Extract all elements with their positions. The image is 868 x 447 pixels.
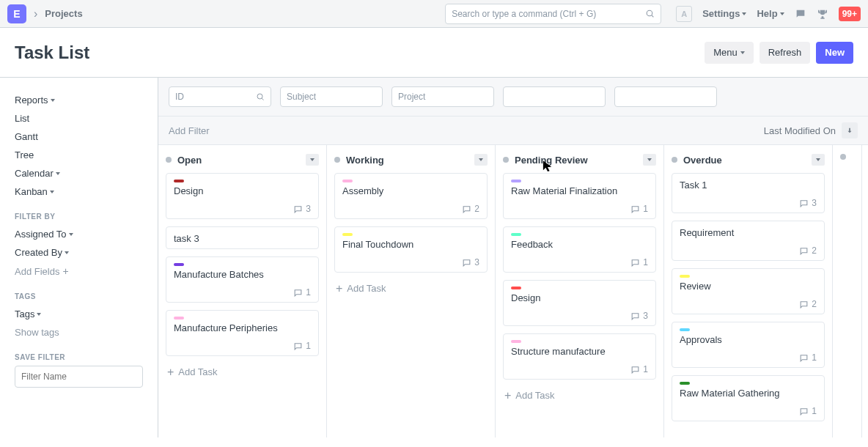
- plus-icon: +: [167, 368, 174, 377]
- card-footer: 1: [511, 204, 648, 214]
- filter-by-heading: FILTER BY: [15, 213, 143, 221]
- svg-point-2: [257, 94, 262, 99]
- column-title: Overdue: [683, 155, 722, 166]
- add-task-button[interactable]: +Add Task: [503, 387, 656, 404]
- global-search[interactable]: [445, 4, 661, 24]
- comment-count: 2: [474, 204, 479, 214]
- column-menu-button[interactable]: [812, 154, 825, 166]
- comment-icon: [630, 258, 640, 267]
- card-title: task 3: [174, 233, 311, 244]
- breadcrumb-projects[interactable]: Projects: [45, 8, 82, 19]
- card-title: Manufacture Peripheries: [174, 322, 311, 333]
- kanban-column-open: OpenDesign3task 3Manufacture Batches1Man…: [158, 145, 327, 437]
- comment-icon: [293, 341, 303, 351]
- sort-row: Add Filter Last Modified On: [158, 117, 868, 145]
- sidebar-view-calendar[interactable]: Calendar: [15, 164, 143, 182]
- app-logo[interactable]: E: [7, 4, 26, 23]
- kanban-card[interactable]: Manufacture Peripheries1: [166, 310, 319, 356]
- column-menu-button[interactable]: [474, 154, 488, 166]
- search-input[interactable]: [452, 9, 645, 19]
- kanban-card[interactable]: Raw Material Gathering1: [672, 375, 825, 421]
- kanban-card[interactable]: Manufacture Batches1: [166, 256, 319, 303]
- kanban-card[interactable]: task 3: [166, 226, 319, 249]
- filter-created-by[interactable]: Created By: [15, 243, 143, 262]
- card-tag: [680, 328, 690, 331]
- tags-dropdown[interactable]: Tags: [15, 305, 143, 323]
- sidebar-view-list[interactable]: List: [15, 109, 143, 128]
- comment-count: 2: [812, 245, 817, 256]
- left-sidebar: ReportsListGanttTreeCalendarKanban FILTE…: [0, 78, 158, 437]
- kanban-column-pending-review: Pending ReviewRaw Material Finalization1…: [496, 145, 664, 437]
- comment-count: 1: [306, 341, 311, 351]
- sort-field[interactable]: Last Modified On: [764, 125, 836, 136]
- comment-icon: [799, 353, 809, 363]
- plus-icon: +: [504, 391, 511, 400]
- kanban-card[interactable]: Review2: [672, 268, 825, 314]
- kanban-card[interactable]: Raw Material Finalization1: [503, 173, 656, 219]
- filter-empty-1[interactable]: [503, 86, 606, 107]
- comment-count: 1: [812, 406, 817, 416]
- comment-icon: [293, 288, 303, 298]
- show-tags[interactable]: Show tags: [15, 323, 143, 341]
- kanban-card[interactable]: Final Touchdown3: [334, 226, 488, 273]
- kanban-card[interactable]: Design3: [503, 280, 656, 326]
- column-menu-button[interactable]: [643, 154, 656, 166]
- kanban-card[interactable]: Design3: [166, 173, 319, 219]
- add-task-button[interactable]: +Add Task: [166, 363, 319, 380]
- kanban-column-partial: [833, 145, 862, 437]
- filter-name-input[interactable]: [15, 366, 143, 388]
- kanban-card[interactable]: Approvals1: [672, 322, 825, 368]
- kanban-card[interactable]: Task 13: [672, 173, 825, 213]
- chat-icon[interactable]: [795, 8, 806, 20]
- sidebar-view-tree[interactable]: Tree: [15, 146, 143, 164]
- card-title: Manufacture Batches: [174, 269, 311, 280]
- card-tag: [174, 180, 184, 182]
- help-menu[interactable]: Help: [757, 8, 784, 19]
- card-title: Approvals: [680, 334, 817, 345]
- sort-direction-button[interactable]: [842, 122, 858, 138]
- refresh-button[interactable]: Refresh: [760, 42, 811, 64]
- kanban-card[interactable]: Feedback1: [503, 226, 656, 273]
- sidebar-view-reports[interactable]: Reports: [15, 91, 143, 109]
- kanban-card[interactable]: Assembly2: [334, 173, 488, 219]
- add-filter-link[interactable]: Add Filter: [169, 125, 210, 136]
- add-task-button[interactable]: +Add Task: [334, 280, 488, 297]
- column-title: Working: [346, 155, 384, 166]
- card-tag: [342, 233, 353, 236]
- sidebar-view-gantt[interactable]: Gantt: [15, 128, 143, 146]
- card-footer: 1: [511, 257, 648, 267]
- card-title: Raw Material Finalization: [511, 185, 648, 196]
- new-button[interactable]: New: [816, 42, 853, 64]
- filter-project-input[interactable]: Project: [391, 86, 494, 107]
- svg-line-1: [652, 15, 653, 17]
- sidebar-view-kanban[interactable]: Kanban: [15, 182, 143, 201]
- column-menu-button[interactable]: [306, 154, 319, 166]
- column-title: Pending Review: [515, 155, 588, 166]
- filter-assigned-to[interactable]: Assigned To: [15, 225, 143, 243]
- menu-button[interactable]: Menu: [705, 42, 754, 64]
- filter-empty-2[interactable]: [614, 86, 717, 107]
- trophy-icon[interactable]: [817, 8, 828, 20]
- settings-menu[interactable]: Settings: [702, 8, 746, 19]
- breadcrumb-separator: ›: [34, 7, 37, 21]
- comment-icon: [462, 258, 471, 267]
- comment-icon: [293, 204, 303, 214]
- card-footer: 1: [174, 341, 311, 351]
- comment-count: 3: [643, 311, 648, 321]
- user-avatar[interactable]: A: [676, 6, 692, 22]
- card-title: Final Touchdown: [342, 239, 479, 250]
- card-tag: [511, 287, 521, 289]
- card-tag: [680, 275, 690, 278]
- comment-count: 1: [643, 204, 648, 214]
- kanban-card[interactable]: Requirement2: [672, 221, 825, 261]
- card-title: Assembly: [342, 185, 479, 196]
- notification-badge[interactable]: 99+: [839, 7, 861, 21]
- page-header: Task List Menu Refresh New: [0, 28, 868, 78]
- filter-subject-input[interactable]: Subject: [280, 86, 383, 107]
- card-tag: [511, 340, 521, 343]
- kanban-card[interactable]: Structure manufacture1: [503, 333, 656, 380]
- card-title: Task 1: [680, 180, 817, 191]
- add-fields[interactable]: Add Fields+: [15, 262, 143, 281]
- kanban-board: OpenDesign3task 3Manufacture Batches1Man…: [158, 145, 868, 437]
- filter-id-input[interactable]: ID: [169, 86, 271, 107]
